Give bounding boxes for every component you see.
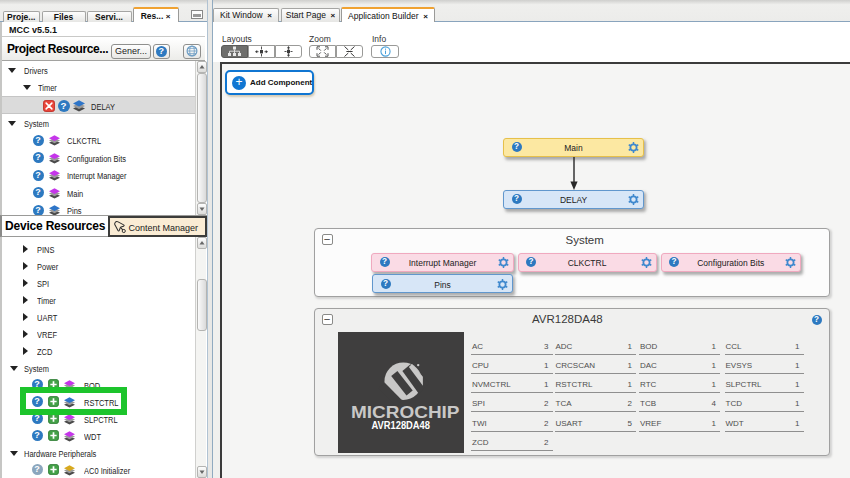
svg-text:AVR128DA48: AVR128DA48 (371, 419, 430, 431)
